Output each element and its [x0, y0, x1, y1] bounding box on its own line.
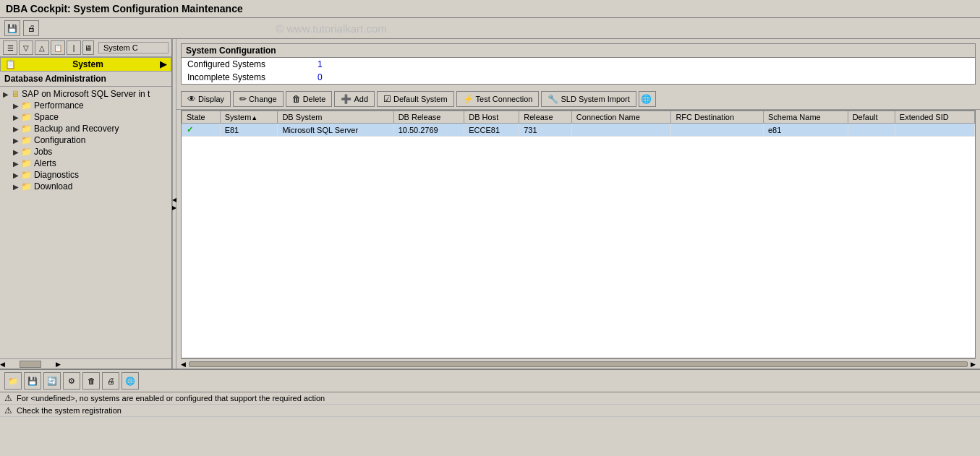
- sld-icon: 🔧: [547, 94, 558, 104]
- col-system[interactable]: System▲: [220, 111, 278, 124]
- tree-item-performance[interactable]: ▶ 📁 Performance: [0, 100, 171, 111]
- bottom-save-btn[interactable]: 💾: [24, 372, 41, 390]
- left-scroll-area: ◀ ▶: [0, 358, 171, 369]
- change-icon: ✏: [239, 94, 247, 104]
- table-scroll-thumb[interactable]: [189, 361, 968, 367]
- delete-button[interactable]: 🗑 Delete: [286, 91, 333, 107]
- watermark: © www.tutorialkart.com: [276, 22, 387, 35]
- nav-btn-5[interactable]: |: [67, 40, 81, 55]
- col-db-release[interactable]: DB Release: [393, 111, 464, 124]
- cell-db-host: ECCE81: [464, 124, 519, 137]
- tree-item-diagnostics[interactable]: ▶ 📁 Diagnostics: [0, 169, 171, 181]
- default-system-label: Default System: [393, 95, 448, 103]
- space-expand-icon: ▶: [13, 113, 19, 121]
- download-folder-icon: 📁: [21, 181, 32, 192]
- nav-btn-3[interactable]: △: [35, 40, 49, 55]
- state-check-icon: ✓: [187, 125, 193, 134]
- add-icon: ➕: [341, 94, 351, 104]
- nav-btn-4[interactable]: 📋: [51, 40, 65, 55]
- save-toolbar-btn[interactable]: 💾: [4, 20, 20, 36]
- cell-default: [848, 124, 895, 137]
- sys-config-header-text: System Configuration: [186, 46, 276, 56]
- tree-item-configuration[interactable]: ▶ 📁 Configuration: [0, 134, 171, 146]
- bottom-delete-btn[interactable]: 🗑: [82, 372, 100, 390]
- display-button[interactable]: 👁 Display: [181, 91, 231, 107]
- col-rfc-destination[interactable]: RFC Destination: [671, 111, 764, 124]
- nav-system-icon[interactable]: 🖥: [82, 40, 94, 55]
- warning-icon-2: ⚠: [4, 405, 12, 416]
- system-label-row[interactable]: 📋 System ▶: [0, 57, 171, 72]
- data-table: State System▲ DB System DB Release DB Ho…: [182, 111, 975, 137]
- bottom-config-btn[interactable]: ⚙: [63, 372, 80, 390]
- bottom-print-btn[interactable]: 🖨: [102, 372, 119, 390]
- test-connection-icon: ⚡: [463, 94, 474, 104]
- bottom-folder-btn[interactable]: 📁: [4, 372, 22, 390]
- right-panel: System Configuration Configured Systems …: [176, 39, 980, 369]
- sld-system-import-button[interactable]: 🔧 SLD System Import: [541, 91, 636, 107]
- print-toolbar-btn[interactable]: 🖨: [23, 20, 39, 36]
- table-row[interactable]: ✓ E81 Microsoft SQL Server 10.50.2769 EC…: [182, 124, 975, 137]
- test-connection-button[interactable]: ⚡ Test Connection: [456, 91, 540, 107]
- action-toolbar: 👁 Display ✏ Change 🗑 Delete ➕ Add ☑ Defa…: [176, 89, 980, 110]
- tree-item-backup[interactable]: ▶ 📁 Backup and Recovery: [0, 123, 171, 134]
- tree-item-jobs[interactable]: ▶ 📁 Jobs: [0, 146, 171, 158]
- col-db-host[interactable]: DB Host: [464, 111, 519, 124]
- table-scroll-right[interactable]: ▶: [971, 361, 976, 368]
- display-icon: 👁: [187, 94, 196, 104]
- table-scroll-left[interactable]: ◀: [181, 361, 186, 368]
- display-label: Display: [198, 95, 224, 103]
- status-row-1: ⚠ For <undefined>, no systems are enable…: [0, 392, 980, 405]
- incomplete-systems-label: Incomplete Systems: [187, 72, 318, 82]
- cell-system: E81: [220, 124, 278, 137]
- tree-item-space[interactable]: ▶ 📁 Space: [0, 111, 171, 123]
- download-expand-icon: ▶: [13, 183, 19, 191]
- nav-btn-2[interactable]: ▽: [19, 40, 33, 55]
- system-icon: 📋: [5, 59, 16, 69]
- default-system-button[interactable]: ☑ Default System: [377, 91, 454, 107]
- bottom-globe-btn[interactable]: 🌐: [122, 372, 139, 390]
- tree-item-download[interactable]: ▶ 📁 Download: [0, 181, 171, 192]
- change-button[interactable]: ✏ Change: [233, 91, 284, 107]
- sys-config-header: System Configuration: [182, 44, 975, 58]
- tree-item-alerts[interactable]: ▶ 📁 Alerts: [0, 158, 171, 169]
- backup-expand-icon: ▶: [13, 125, 19, 133]
- cell-extended-sid: [895, 124, 974, 137]
- cell-connection-name: [571, 124, 671, 137]
- bottom-refresh-btn[interactable]: 🔄: [43, 372, 61, 390]
- default-system-icon: ☑: [383, 94, 391, 104]
- tree-header: Database Administration: [0, 72, 171, 87]
- change-label: Change: [249, 95, 277, 103]
- col-connection-name[interactable]: Connection Name: [571, 111, 671, 124]
- app-title: DBA Cockpit: System Configuration Mainte…: [6, 3, 243, 14]
- col-state[interactable]: State: [182, 111, 221, 124]
- left-scroll-arrow-right[interactable]: ▶: [56, 361, 61, 368]
- col-extended-sid[interactable]: Extended SID: [895, 111, 974, 124]
- left-scroll-thumb[interactable]: [20, 361, 41, 368]
- tree-item-root[interactable]: ▶ 🖥 SAP on Microsoft SQL Server in t: [0, 88, 171, 100]
- data-table-wrapper[interactable]: State System▲ DB System DB Release DB Ho…: [181, 110, 976, 358]
- table-scroll-area[interactable]: ◀ ▶: [181, 358, 976, 369]
- cell-db-system: Microsoft SQL Server: [278, 124, 393, 137]
- col-release[interactable]: Release: [519, 111, 572, 124]
- tree-header-text: Database Administration: [4, 74, 106, 84]
- diagnostics-folder-icon: 📁: [21, 170, 32, 180]
- incomplete-systems-value: 0: [318, 72, 323, 82]
- add-button[interactable]: ➕ Add: [334, 91, 375, 107]
- cell-state: ✓: [182, 124, 221, 137]
- backup-folder-icon: 📁: [21, 124, 32, 134]
- tree-item-download-label: Download: [34, 181, 72, 192]
- left-scroll-arrow-left[interactable]: ◀: [0, 361, 5, 368]
- globe-button[interactable]: 🌐: [639, 91, 656, 107]
- sys-config-row-2: Incomplete Systems 0: [182, 71, 975, 84]
- tree-item-performance-label: Performance: [34, 100, 84, 111]
- tree-item-root-label: SAP on Microsoft SQL Server in t: [22, 89, 150, 99]
- left-panel: ☰ ▽ △ 📋 | 🖥 System C 📋 System ▶ Database…: [0, 39, 172, 369]
- nav-system-label: System C: [98, 42, 169, 53]
- space-folder-icon: 📁: [21, 112, 32, 122]
- tree-item-diagnostics-label: Diagnostics: [34, 170, 79, 180]
- col-default[interactable]: Default: [848, 111, 895, 124]
- col-db-system[interactable]: DB System: [278, 111, 393, 124]
- col-schema-name[interactable]: Schema Name: [763, 111, 848, 124]
- nav-btn-1[interactable]: ☰: [3, 40, 17, 55]
- diagnostics-expand-icon: ▶: [13, 171, 19, 179]
